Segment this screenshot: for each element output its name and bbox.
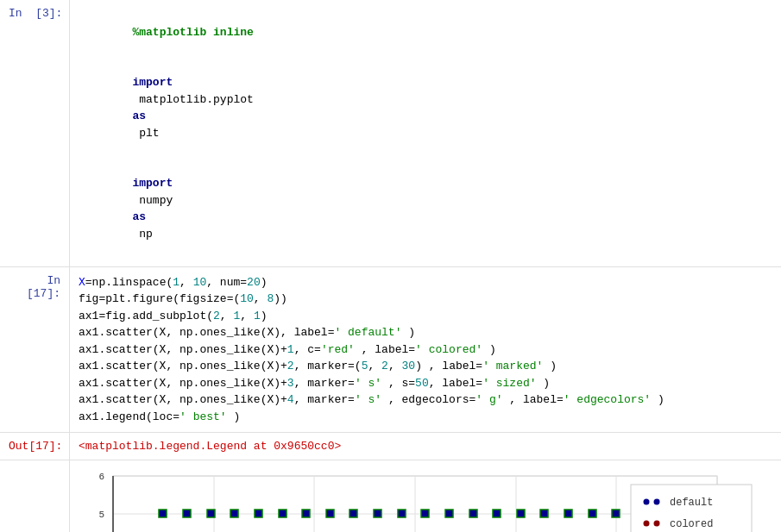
code-line: ax1.scatter(X, np.ones_like(X)+3, marker… <box>79 375 772 392</box>
data-point <box>255 510 262 517</box>
code-text: matplotlib.pyplot <box>132 93 260 106</box>
data-point <box>350 510 357 517</box>
keyword-import: import <box>132 76 173 89</box>
code-line: ax1.scatter(X, np.ones_like(X), label=' … <box>79 324 772 341</box>
data-point <box>564 510 572 517</box>
chart-content: 0 1 2 3 4 5 6 0 2 4 6 8 10 12 <box>69 460 781 532</box>
legend-icon-default <box>644 499 650 505</box>
data-point <box>398 510 406 517</box>
data-point <box>612 510 620 517</box>
data-point <box>302 510 310 517</box>
cell-1-prompt: In [3]: <box>0 0 69 266</box>
y-tick: 5 <box>98 510 104 520</box>
legend-icon-default <box>654 499 660 505</box>
data-point <box>469 510 477 517</box>
data-point <box>230 510 238 517</box>
legend-icon-colored <box>654 521 660 527</box>
data-point <box>374 510 381 517</box>
data-point <box>421 510 429 517</box>
cell-1: In [3]: %matplotlib inline import matplo… <box>0 0 781 267</box>
code-line: ax1=fig.add_subplot(2, 1, 1) <box>79 308 772 325</box>
legend-label-default: default <box>670 497 713 509</box>
cell-2-content[interactable]: X=np.linspace(1, 10, num=20) fig=plt.fig… <box>69 267 781 433</box>
scatter-chart: 0 1 2 3 4 5 6 0 2 4 6 8 10 12 <box>70 467 778 532</box>
data-point <box>279 510 287 517</box>
output-prompt: Out[17]: <box>0 433 69 460</box>
code-text: plt <box>132 127 159 140</box>
cell-1-content[interactable]: %matplotlib inline import matplotlib.pyp… <box>69 0 781 266</box>
data-point <box>517 510 525 517</box>
data-point <box>183 510 191 517</box>
keyword-as: as <box>132 110 146 122</box>
output-text-content: <matplotlib.legend.Legend at 0x9650cc0> <box>69 433 781 460</box>
notebook: In [3]: %matplotlib inline import matplo… <box>0 0 781 532</box>
chart-container: 0 1 2 3 4 5 6 0 2 4 6 8 10 12 <box>70 460 781 532</box>
data-point <box>207 510 215 517</box>
output-value: <matplotlib.legend.Legend at 0x9650cc0> <box>79 440 772 453</box>
code-line: X=np.linspace(1, 10, num=20) <box>79 274 772 291</box>
y-tick: 6 <box>98 472 104 482</box>
code-line: fig=plt.figure(figsize=(10, 8)) <box>79 291 772 308</box>
code-text: np <box>132 228 152 241</box>
code-line: ax1.legend(loc=' best' ) <box>79 409 772 426</box>
cell-output-text: Out[17]: <matplotlib.legend.Legend at 0x… <box>0 433 781 460</box>
code-line: ax1.scatter(X, np.ones_like(X)+2, marker… <box>79 358 772 375</box>
legend-icon-colored <box>644 521 650 527</box>
code-line: ax1.scatter(X, np.ones_like(X)+1, c='red… <box>79 341 772 359</box>
chart-prompt <box>0 460 69 532</box>
cell-chart: 0 1 2 3 4 5 6 0 2 4 6 8 10 12 <box>0 460 781 532</box>
code-text: numpy <box>132 194 180 207</box>
data-point <box>159 510 167 517</box>
data-point <box>589 510 596 517</box>
data-point <box>326 510 334 517</box>
code-line: ax1.scatter(X, np.ones_like(X)+4, marker… <box>79 391 772 409</box>
code-line: import numpy as np <box>79 159 772 260</box>
magic-cmd: %matplotlib inline <box>132 26 253 39</box>
data-point <box>540 510 548 517</box>
data-point <box>445 510 453 517</box>
code-line: import matplotlib.pyplot as plt <box>79 58 772 159</box>
legend-label-colored: colored <box>670 518 713 530</box>
keyword-import: import <box>132 177 173 190</box>
data-point <box>493 510 501 517</box>
keyword-as: as <box>132 210 146 223</box>
code-line: %matplotlib inline <box>79 7 772 58</box>
cell-2: In [17]: X=np.linspace(1, 10, num=20) fi… <box>0 267 781 434</box>
cell-2-prompt: In [17]: <box>0 267 69 433</box>
